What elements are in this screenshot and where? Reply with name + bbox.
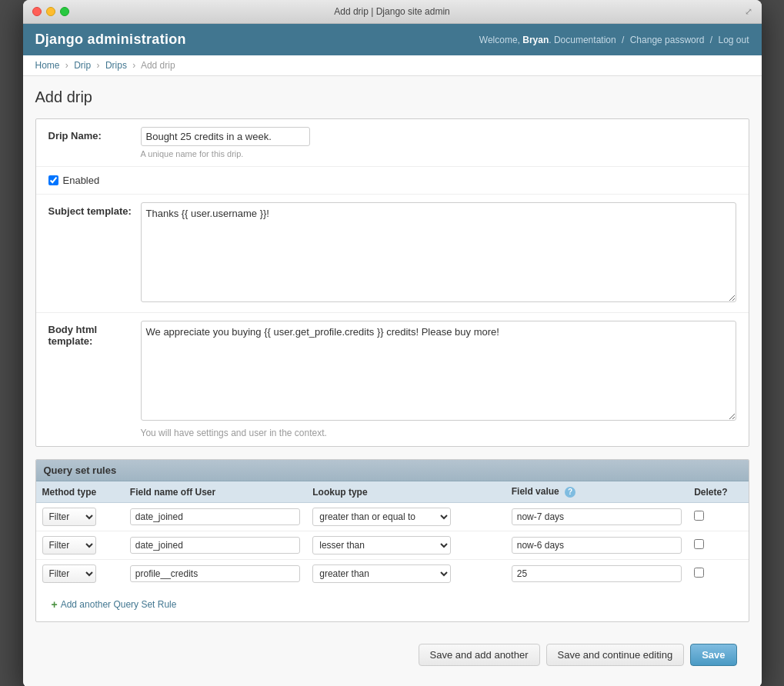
value-input-1[interactable] bbox=[512, 537, 682, 554]
field-input-1[interactable] bbox=[130, 537, 300, 554]
submit-row: Save and add another Save and continue e… bbox=[35, 634, 749, 675]
delete-checkbox-1[interactable] bbox=[694, 539, 704, 549]
save-add-button[interactable]: Save and add another bbox=[419, 644, 540, 666]
col-value-header: Field value ? bbox=[505, 481, 688, 503]
table-row: FilterExcludeexactiexactcontainsicontain… bbox=[36, 560, 749, 588]
enabled-row: Enabled bbox=[36, 167, 749, 195]
body-help: You will have settings and user in the c… bbox=[141, 428, 736, 438]
subject-textarea[interactable]: Thanks {{ user.username }}! bbox=[141, 202, 736, 302]
welcome-text: Welcome, bbox=[479, 35, 520, 45]
field-cell-1 bbox=[124, 531, 306, 560]
sep3: › bbox=[132, 60, 135, 71]
delete-cell-2 bbox=[688, 560, 748, 588]
resize-icon: ⤢ bbox=[745, 6, 752, 17]
subject-field: Thanks {{ user.username }}! bbox=[141, 202, 736, 305]
save-continue-button[interactable]: Save and continue editing bbox=[546, 644, 685, 666]
save-button[interactable]: Save bbox=[690, 644, 736, 666]
method-cell-2: FilterExclude bbox=[36, 560, 124, 588]
col-lookup-header: Lookup type bbox=[306, 481, 505, 503]
lookup-cell-2: exactiexactcontainsicontainsstartswithis… bbox=[306, 560, 505, 588]
method-cell-1: FilterExclude bbox=[36, 531, 124, 560]
value-cell-1 bbox=[505, 531, 688, 560]
queryset-header: Query set rules bbox=[36, 460, 749, 481]
drip-name-help: A unique name for this drip. bbox=[141, 149, 736, 158]
add-rule-link[interactable]: + Add another Query Set Rule bbox=[44, 592, 185, 617]
body-label: Body html template: bbox=[48, 321, 141, 347]
lookup-select-1[interactable]: exactiexactcontainsicontainsstartswithis… bbox=[312, 536, 451, 554]
value-cell-2 bbox=[505, 560, 688, 588]
plus-icon: + bbox=[52, 598, 58, 611]
value-cell-0 bbox=[505, 503, 688, 531]
drip-name-row: Drip Name: A unique name for this drip. bbox=[36, 119, 749, 167]
nav-documentation[interactable]: Documentation bbox=[554, 35, 616, 45]
delete-cell-1 bbox=[688, 531, 748, 560]
value-input-2[interactable] bbox=[512, 565, 682, 582]
window-title: Add drip | Django site admin bbox=[334, 6, 450, 17]
minimize-button[interactable] bbox=[46, 7, 55, 16]
breadcrumb-home[interactable]: Home bbox=[35, 60, 60, 71]
queryset-table: Method type Field name off User Lookup t… bbox=[36, 481, 749, 588]
enabled-checkbox[interactable] bbox=[48, 175, 58, 185]
admin-header: Django administration Welcome, Bryan. Do… bbox=[23, 24, 762, 55]
add-rule-label: Add another Query Set Rule bbox=[61, 599, 177, 610]
admin-title: Django administration bbox=[35, 32, 186, 48]
breadcrumb-current: Add drip bbox=[141, 60, 175, 71]
delete-cell-0 bbox=[688, 503, 748, 531]
add-rule-container: + Add another Query Set Rule bbox=[36, 588, 749, 621]
col-delete-header: Delete? bbox=[688, 481, 748, 503]
subject-row: Subject template: Thanks {{ user.usernam… bbox=[36, 195, 749, 313]
nav-logout[interactable]: Log out bbox=[718, 35, 749, 45]
field-cell-2 bbox=[124, 560, 306, 588]
queryset-section: Query set rules Method type Field name o… bbox=[35, 459, 749, 622]
method-select-1[interactable]: FilterExclude bbox=[42, 536, 96, 554]
body-field: We appreciate you buying {{ user.get_pro… bbox=[141, 321, 736, 438]
enabled-label: Enabled bbox=[63, 175, 100, 186]
breadcrumb: Home › Drip › Drips › Add drip bbox=[23, 55, 762, 76]
method-select-0[interactable]: FilterExclude bbox=[42, 508, 96, 526]
main-window: Add drip | Django site admin ⤢ Django ad… bbox=[23, 0, 762, 686]
col-value-text: Field value bbox=[512, 486, 559, 497]
lookup-select-0[interactable]: exactiexactcontainsicontainsstartswithis… bbox=[312, 508, 451, 526]
drip-name-label: Drip Name: bbox=[48, 127, 141, 142]
content-area: Add drip Drip Name: A unique name for th… bbox=[23, 76, 762, 686]
main-form-section: Drip Name: A unique name for this drip. … bbox=[35, 118, 749, 447]
value-input-0[interactable] bbox=[512, 508, 682, 525]
field-input-0[interactable] bbox=[130, 508, 300, 525]
sep1: › bbox=[65, 60, 68, 71]
drip-name-field: A unique name for this drip. bbox=[141, 127, 736, 158]
zoom-button[interactable] bbox=[60, 7, 69, 16]
col-field-header: Field name off User bbox=[124, 481, 306, 503]
field-value-help-icon[interactable]: ? bbox=[565, 487, 575, 498]
traffic-lights bbox=[32, 7, 69, 16]
body-textarea[interactable]: We appreciate you buying {{ user.get_pro… bbox=[141, 321, 736, 421]
table-row: FilterExcludeexactiexactcontainsicontain… bbox=[36, 503, 749, 531]
table-header-row: Method type Field name off User Lookup t… bbox=[36, 481, 749, 503]
drip-name-input[interactable] bbox=[141, 127, 310, 146]
lookup-cell-1: exactiexactcontainsicontainsstartswithis… bbox=[306, 531, 505, 560]
breadcrumb-drip[interactable]: Drip bbox=[74, 60, 91, 71]
method-select-2[interactable]: FilterExclude bbox=[42, 564, 96, 583]
page-title: Add drip bbox=[35, 88, 749, 106]
delete-checkbox-2[interactable] bbox=[694, 568, 704, 578]
sep2: › bbox=[97, 60, 100, 71]
lookup-cell-0: exactiexactcontainsicontainsstartswithis… bbox=[306, 503, 505, 531]
admin-nav: Welcome, Bryan. Documentation / Change p… bbox=[479, 35, 749, 45]
close-button[interactable] bbox=[32, 7, 42, 16]
field-cell-0 bbox=[124, 503, 306, 531]
col-method-header: Method type bbox=[36, 481, 124, 503]
delete-checkbox-0[interactable] bbox=[694, 511, 704, 521]
breadcrumb-drips[interactable]: Drips bbox=[105, 60, 127, 71]
titlebar: Add drip | Django site admin ⤢ bbox=[23, 0, 762, 24]
nav-change-password[interactable]: Change password bbox=[630, 35, 705, 45]
body-row: Body html template: We appreciate you bu… bbox=[36, 313, 749, 446]
subject-label: Subject template: bbox=[48, 202, 141, 217]
lookup-select-2[interactable]: exactiexactcontainsicontainsstartswithis… bbox=[312, 564, 451, 583]
admin-username: Bryan bbox=[522, 35, 549, 45]
method-cell-0: FilterExclude bbox=[36, 503, 124, 531]
field-input-2[interactable] bbox=[130, 565, 300, 582]
table-row: FilterExcludeexactiexactcontainsicontain… bbox=[36, 531, 749, 560]
